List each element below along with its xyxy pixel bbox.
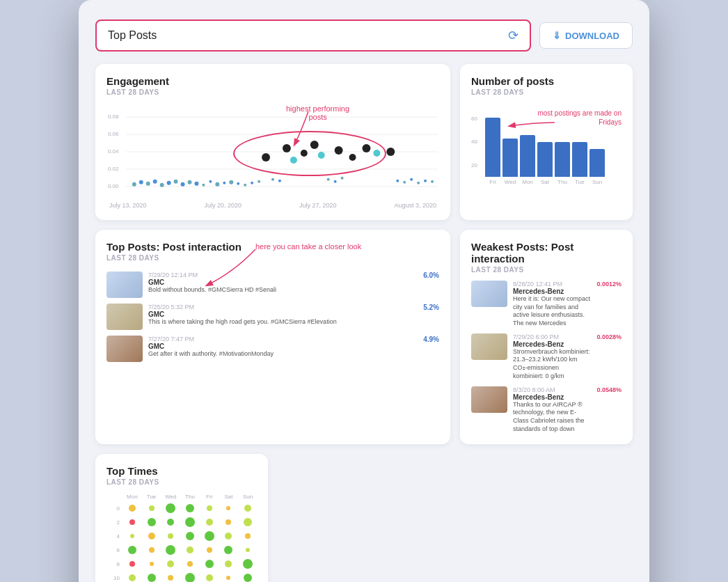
times-dot [244, 518, 252, 526]
times-dot [130, 534, 134, 538]
times-dot-cell [161, 572, 180, 582]
svg-point-50 [431, 180, 434, 183]
post-2-brand: GMC [148, 310, 418, 318]
times-dot [205, 531, 214, 541]
top-post-2: 7/25/20 5:32 PM GMC This is where taking… [106, 304, 439, 330]
svg-point-28 [258, 180, 260, 183]
top-times-subtitle: LAST 28 DAYS [106, 478, 257, 486]
device-frame: Top Posts ⟳ ⇓ DOWNLOAD Engagement LAST 2… [79, 0, 649, 582]
times-day-label: Thu [181, 493, 199, 501]
weak-post-1-brand: Mercedes-Benz [513, 288, 591, 295]
svg-point-35 [335, 146, 343, 155]
weak-post-3-meta: 8/3/20 8:00 AM Mercedes-Benz Thanks to o… [513, 386, 591, 434]
times-dot [168, 533, 173, 539]
times-dot [185, 517, 195, 527]
weak-post-3-stat: 0.0548% [596, 386, 622, 393]
top-posts-dropdown[interactable]: Top Posts ⟳ [95, 19, 531, 52]
times-grid: MonTueWedThuFriSatSun0246810121618 [106, 493, 257, 582]
post-3-meta: 7/27/20 7:47 PM GMC Get after it with au… [148, 336, 418, 359]
post-2-meta: 7/25/20 5:32 PM GMC This is where taking… [148, 304, 418, 327]
times-dot [243, 559, 253, 569]
weak-post-2-date: 7/29/20 6:00 PM [513, 333, 591, 340]
times-dot [129, 505, 136, 512]
svg-point-14 [160, 183, 164, 187]
weakest-posts-title: Weakest Posts: Post interaction [471, 241, 622, 265]
svg-point-49 [424, 180, 427, 182]
times-dot-cell [220, 558, 238, 570]
top-posts-list: 7/29/20 12:14 PM GMC Bold without bounds… [106, 272, 439, 362]
post-2-date: 7/25/20 5:32 PM [148, 304, 418, 310]
number-of-posts-card: Number of posts LAST 28 DAYS most postin… [460, 64, 633, 220]
post-3-brand: GMC [148, 343, 418, 350]
bar-thu-rect [555, 142, 570, 177]
weak-post-2: 7/29/20 6:00 PM Mercedes-Benz Stromverbr… [471, 333, 622, 381]
times-dot-cell [143, 502, 161, 514]
weak-post-1-thumb [471, 281, 507, 307]
times-dot-cell [200, 502, 219, 514]
top-post-3: 7/27/20 7:47 PM GMC Get after it with au… [106, 336, 439, 362]
times-dot-cell [239, 544, 257, 556]
times-dot [246, 548, 250, 552]
times-day-label: Tue [143, 493, 161, 501]
times-day-label: Fri [200, 493, 219, 501]
bar-mon: Mon [520, 135, 535, 185]
bar-thu: Thu [555, 142, 570, 185]
times-dot-cell [200, 558, 219, 570]
times-dot-cell [161, 530, 180, 542]
times-hour-label: 10 [106, 572, 122, 582]
times-dot [128, 546, 136, 554]
download-icon: ⇓ [553, 30, 561, 41]
weak-post-3-brand: Mercedes-Benz [513, 393, 591, 401]
svg-point-11 [139, 180, 143, 184]
bar-fri: Fri [485, 118, 500, 185]
svg-point-30 [283, 144, 291, 152]
y-label-20: 20 [471, 162, 477, 168]
svg-point-40 [271, 178, 274, 181]
top-bar: Top Posts ⟳ ⇓ DOWNLOAD [95, 19, 633, 52]
svg-point-41 [278, 180, 281, 182]
top-times-title: Top Times [106, 465, 257, 477]
times-dot [244, 574, 252, 582]
times-dot [149, 547, 155, 553]
times-dot [205, 560, 214, 568]
times-dot [226, 506, 230, 510]
times-dot-cell [220, 572, 238, 582]
svg-point-43 [334, 180, 337, 183]
times-dot-cell [181, 544, 199, 556]
svg-point-21 [209, 180, 212, 183]
times-dot [148, 574, 156, 582]
weak-post-3-date: 8/3/20 8:00 AM [513, 386, 591, 393]
download-button[interactable]: ⇓ DOWNLOAD [539, 22, 633, 49]
post-1-thumb [106, 272, 143, 298]
times-dot-cell [239, 502, 257, 514]
bar-sat-rect [537, 142, 553, 177]
svg-point-47 [410, 178, 413, 181]
times-hour-label: 6 [106, 544, 122, 556]
times-dot-cell [181, 572, 199, 582]
times-dot [206, 574, 213, 581]
posts-title: Number of posts [471, 75, 622, 87]
times-dot-cell [200, 530, 219, 542]
times-dot [186, 504, 194, 512]
times-dot [225, 519, 231, 525]
times-dot-cell [220, 544, 238, 556]
times-day-label: Wed [161, 493, 180, 501]
post-2-text: This is where taking the high road gets … [148, 318, 418, 327]
svg-text:0.04: 0.04 [108, 148, 119, 155]
svg-point-29 [262, 153, 270, 162]
x-label-2: July 27, 2020 [299, 202, 337, 209]
svg-point-37 [362, 144, 370, 152]
svg-point-48 [417, 182, 420, 184]
svg-point-15 [167, 181, 171, 185]
weak-post-1-date: 8/28/20 12:41 PM [513, 281, 591, 288]
times-dot-cell [220, 502, 238, 514]
times-dot [148, 518, 156, 526]
svg-point-42 [327, 178, 330, 181]
engagement-card: Engagement LAST 28 DAYS highest performi… [95, 64, 450, 220]
times-dot [168, 575, 173, 581]
times-dot-cell [239, 572, 257, 582]
times-dot-cell [239, 516, 257, 528]
bar-tue-rect [572, 142, 587, 177]
svg-point-36 [349, 154, 356, 161]
times-dot [167, 560, 174, 567]
